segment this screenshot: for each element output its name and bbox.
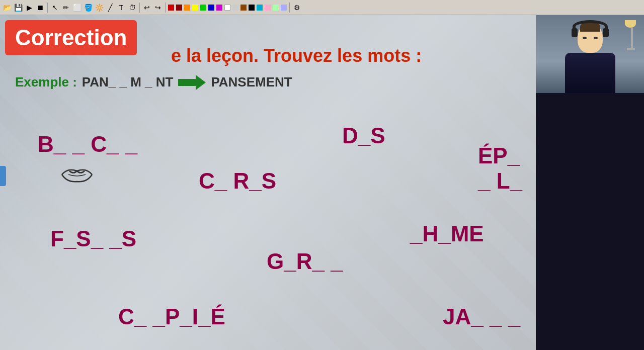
toolbar-sep-3 xyxy=(165,3,166,13)
color-gray[interactable] xyxy=(232,5,238,11)
toolbar-icon-settings[interactable]: ⚙ xyxy=(292,3,302,13)
word-f-s-s: F_S_ _S xyxy=(50,226,136,251)
toolbar-icon-text[interactable]: T xyxy=(116,3,126,13)
correction-label: Correction xyxy=(15,25,127,50)
webcam-below xyxy=(536,93,644,350)
color-white[interactable] xyxy=(224,5,230,11)
lips-svg xyxy=(59,163,95,186)
color-black[interactable] xyxy=(249,5,255,11)
toolbar-sep-2 xyxy=(139,3,140,13)
exemple-answer: PANSEMENT xyxy=(211,74,292,90)
toolbar-icon-cursor[interactable]: ↖ xyxy=(50,3,60,13)
color-green[interactable] xyxy=(200,5,206,11)
lamp-shade xyxy=(625,20,636,28)
exemple-arrow-icon xyxy=(178,75,206,90)
person-head xyxy=(578,23,603,53)
word-ja: JA_ _ _ xyxy=(443,304,520,329)
toolbar-icon-pen[interactable]: ✏ xyxy=(61,3,71,13)
toolbar-icon-clock[interactable]: ⏱ xyxy=(127,3,137,13)
person-eye-left xyxy=(583,37,587,39)
lips-icon xyxy=(59,163,95,190)
toolbar-icon-stop[interactable]: ⏹ xyxy=(35,3,45,13)
color-darkred[interactable] xyxy=(176,5,182,11)
toolbar-icon-erase[interactable]: ⬜ xyxy=(72,3,82,13)
webcam-panel xyxy=(536,15,644,350)
color-purple[interactable] xyxy=(216,5,222,11)
exemple-label: Exemple : xyxy=(15,74,77,90)
person-eye-right xyxy=(594,37,598,39)
lamp-pole xyxy=(631,28,633,48)
toolbar: 📂 💾 ▶ ⏹ ↖ ✏ ⬜ 🪣 🔆 ╱ T ⏱ ↩ ↪ ⚙ xyxy=(0,0,644,15)
correction-badge: Correction xyxy=(5,20,137,55)
toolbar-icon-undo[interactable]: ↩ xyxy=(142,3,152,13)
toolbar-icon-fill[interactable]: 🪣 xyxy=(83,3,93,13)
color-red[interactable] xyxy=(168,5,174,11)
toolbar-icon-save[interactable]: 💾 xyxy=(13,3,23,13)
toolbar-icon-highlighter[interactable]: 🔆 xyxy=(94,3,104,13)
word-d-s: D_S xyxy=(342,123,385,148)
word-c-p-i-e: C_ _P_I_É xyxy=(118,304,225,329)
whiteboard: Correction e la leçon. Trouvez les mots … xyxy=(0,15,536,350)
toolbar-icon-line[interactable]: ╱ xyxy=(105,3,115,13)
color-blue[interactable] xyxy=(208,5,214,11)
color-lightgreen[interactable] xyxy=(273,5,279,11)
webcam-feed xyxy=(536,15,644,93)
scroll-indicator[interactable] xyxy=(0,166,6,186)
toolbar-sep-4 xyxy=(289,3,290,13)
exemple-line: Exemple : PAN_ _ M _ NT PANSEMENT xyxy=(15,74,292,90)
color-cyan[interactable] xyxy=(257,5,263,11)
word-g-r: G_R_ _ xyxy=(267,249,343,274)
color-brown[interactable] xyxy=(240,5,247,11)
toolbar-icon-play[interactable]: ▶ xyxy=(24,3,34,13)
svg-marker-0 xyxy=(178,75,206,90)
color-pink[interactable] xyxy=(265,5,271,11)
word-b-c: B_ _ C_ _ xyxy=(38,132,137,157)
word-ep-l: ÉP_ _ L_ xyxy=(478,143,536,194)
person-headphones xyxy=(573,20,608,33)
person-silhouette xyxy=(565,23,615,93)
color-lightblue[interactable] xyxy=(281,5,287,11)
toolbar-icon-redo[interactable]: ↪ xyxy=(153,3,163,13)
color-yellow[interactable] xyxy=(192,5,198,11)
exemple-puzzle: PAN_ _ M _ NT xyxy=(82,74,174,90)
toolbar-icon-open[interactable]: 📂 xyxy=(2,3,12,13)
word-h-me: _H_ME xyxy=(410,221,484,246)
lamp-base xyxy=(627,48,635,50)
toolbar-sep-1 xyxy=(47,3,48,13)
lesson-title: e la leçon. Trouvez les mots : xyxy=(171,45,422,66)
word-c-r-s: C_ R_S xyxy=(199,168,276,194)
color-orange[interactable] xyxy=(184,5,190,11)
person-body xyxy=(565,53,615,93)
main-area: Correction e la leçon. Trouvez les mots … xyxy=(0,15,644,350)
webcam-lamp xyxy=(626,20,634,35)
